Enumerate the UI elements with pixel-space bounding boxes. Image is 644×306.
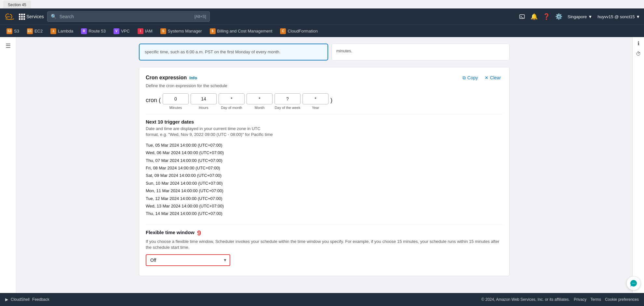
cron-year-label: Year	[302, 106, 329, 110]
cron-hours-input[interactable]	[191, 93, 217, 104]
cron-expression-panel: Cron expression Info ⧉ Copy ✕ Clear	[139, 67, 510, 276]
top-navigation: aws Services 🔍 [Alt+S] 🔔 ❓ ⚙️ Singapore …	[0, 8, 644, 25]
cron-hours-label: Hours	[191, 106, 217, 110]
feedback-footer-link[interactable]: Feedback	[32, 297, 49, 301]
service-chip-billing[interactable]: $ Billing and Cost Management	[207, 27, 276, 35]
help-icon[interactable]: ❓	[543, 13, 550, 20]
cron-section-title: Cron expression Info	[146, 75, 197, 81]
clear-button[interactable]: ✕ Clear	[483, 74, 503, 82]
trigger-desc: Date and time are displayed in your curr…	[146, 126, 503, 138]
services-menu[interactable]: Services	[19, 14, 44, 20]
right-sidebar: ℹ ⏱	[632, 37, 644, 301]
cloudformation-icon: C	[280, 28, 286, 34]
user-chevron-icon: ▼	[636, 14, 640, 19]
trigger-date-1: Tue, 05 Mar 2024 14:00:00 (UTC+07:00)	[146, 141, 503, 149]
cron-row: cron ( Minutes Hours Day of month	[146, 93, 503, 110]
service-chip-lambda[interactable]: λ Lambda	[47, 27, 76, 35]
cron-day-of-week-input[interactable]	[275, 93, 301, 104]
service-chip-s3[interactable]: S3 S3	[3, 27, 22, 35]
billing-icon: $	[210, 28, 216, 34]
search-icon: 🔍	[51, 14, 57, 20]
sidebar-toggle[interactable]: ☰	[4, 40, 13, 51]
main-layout: ☰ specific time, such as 6:00 a.m. PST o…	[0, 37, 644, 301]
lambda-icon: λ	[50, 28, 56, 34]
trigger-date-4: Fri, 08 Mar 2024 14:00:00 (UTC+07:00)	[146, 164, 503, 172]
service-chip-route53[interactable]: R Route 53	[78, 27, 109, 35]
chatbot-button[interactable]	[626, 276, 641, 290]
service-chip-ec2[interactable]: EC EC2	[24, 27, 46, 35]
cloudshell-footer-icon: ▶	[5, 297, 8, 301]
cron-field-month: Month	[247, 93, 273, 110]
trigger-dates-section: Next 10 trigger dates Date and time are …	[146, 119, 503, 218]
flexible-time-window-section: Flexible time window 9 If you choose a f…	[146, 229, 503, 266]
left-sidebar: ☰	[0, 37, 16, 301]
cron-field-day-of-week: Day of the week	[275, 93, 301, 110]
terms-link[interactable]: Terms	[590, 297, 601, 301]
service-chip-vpc[interactable]: V VPC	[110, 27, 133, 35]
trigger-date-8: Tue, 12 Mar 2024 14:00:00 (UTC+07:00)	[146, 195, 503, 202]
service-chip-cloudformation[interactable]: C CloudFormation	[277, 27, 321, 35]
service-bar: S3 S3 EC EC2 λ Lambda R Route 53 V VPC I…	[0, 25, 644, 37]
cloudshell-nav-icon[interactable]	[519, 13, 525, 20]
grid-icon	[19, 14, 25, 20]
annotation-9: 9	[197, 229, 201, 237]
copy-button[interactable]: ⧉ Copy	[461, 74, 480, 82]
schedule-card-empty: minutes.	[331, 44, 510, 60]
cron-day-of-month-label: Day of month	[219, 106, 245, 110]
cookie-link[interactable]: Cookie preferences	[605, 297, 639, 301]
copy-icon: ⧉	[463, 75, 466, 81]
privacy-link[interactable]: Privacy	[574, 297, 586, 301]
user-menu[interactable]: huyvv15 @ sonct15 ▼	[597, 14, 640, 19]
systems-manager-icon: S	[160, 28, 166, 34]
cron-field-year: Year	[302, 93, 329, 110]
clear-icon: ✕	[485, 75, 489, 80]
trigger-date-7: Mon, 11 Mar 2024 14:00:00 (UTC+07:00)	[146, 187, 503, 194]
region-selector[interactable]: Singapore ▼	[568, 14, 592, 19]
cron-month-label: Month	[247, 106, 273, 110]
cron-info-link[interactable]: Info	[189, 75, 197, 80]
trigger-title: Next 10 trigger dates	[146, 119, 503, 125]
schedule-cards: specific time, such as 6:00 a.m. PST on …	[139, 44, 510, 60]
region-chevron-icon: ▼	[588, 14, 592, 19]
search-bar[interactable]: 🔍 [Alt+S]	[47, 11, 210, 22]
cron-day-of-week-label: Day of the week	[275, 106, 301, 110]
flexible-select-wrapper: Off 1 minute 5 minutes 10 minutes 15 min…	[146, 254, 230, 266]
cron-prefix: cron (	[146, 97, 161, 110]
aws-logo[interactable]: aws	[4, 11, 16, 22]
cloudshell-footer-link[interactable]: CloudShell	[11, 297, 30, 301]
cron-field-minutes: Minutes	[163, 93, 189, 110]
settings-icon[interactable]: ⚙️	[555, 13, 562, 20]
trigger-date-6: Sun, 10 Mar 2024 14:00:00 (UTC+07:00)	[146, 180, 503, 187]
trigger-date-3: Thu, 07 Mar 2024 14:00:00 (UTC+07:00)	[146, 157, 503, 164]
notification-icon[interactable]: 🔔	[530, 13, 538, 20]
footer-left: ▶ CloudShell Feedback	[5, 297, 49, 301]
cron-minutes-input[interactable]	[163, 93, 189, 104]
right-clock-icon[interactable]: ⏱	[636, 51, 641, 57]
s3-icon: S3	[7, 28, 12, 34]
footer-right: © 2024, Amazon Web Services, Inc. or its…	[481, 297, 639, 301]
copy-clear-row: ⧉ Copy ✕ Clear	[461, 74, 503, 82]
cron-month-input[interactable]	[247, 93, 273, 104]
cron-minutes-label: Minutes	[163, 106, 189, 110]
svg-text:aws: aws	[7, 16, 10, 18]
vpc-icon: V	[114, 28, 119, 34]
trigger-date-2: Wed, 06 Mar 2024 14:00:00 (UTC+07:00)	[146, 149, 503, 156]
cron-title-row: Cron expression Info ⧉ Copy ✕ Clear	[146, 74, 503, 82]
footer: ▶ CloudShell Feedback © 2024, Amazon Web…	[0, 293, 644, 301]
nav-icons: 🔔 ❓ ⚙️ Singapore ▼ huyvv15 @ sonct15 ▼	[519, 13, 640, 20]
main-content: specific time, such as 6:00 a.m. PST on …	[16, 37, 632, 301]
cron-field-hours: Hours	[191, 93, 217, 110]
cron-year-input[interactable]	[302, 93, 329, 104]
service-chip-systems-manager[interactable]: S Systems Manager	[157, 27, 205, 35]
trigger-date-10: Thu, 14 Mar 2024 14:00:00 (UTC+07:00)	[146, 210, 503, 217]
search-input[interactable]	[60, 14, 192, 19]
footer-copyright: © 2024, Amazon Web Services, Inc. or its…	[481, 297, 570, 301]
flexible-time-window-select[interactable]: Off 1 minute 5 minutes 10 minutes 15 min…	[146, 254, 230, 266]
trigger-date-5: Sat, 09 Mar 2024 14:00:00 (UTC+07:00)	[146, 172, 503, 179]
flexible-desc: If you choose a flexible time window, Sc…	[146, 239, 503, 250]
right-info-icon[interactable]: ℹ	[637, 40, 639, 47]
flexible-title: Flexible time window	[146, 230, 195, 235]
cron-day-of-month-input[interactable]	[219, 93, 245, 104]
service-chip-iam[interactable]: I IAM	[134, 27, 156, 35]
route53-icon: R	[81, 28, 87, 34]
